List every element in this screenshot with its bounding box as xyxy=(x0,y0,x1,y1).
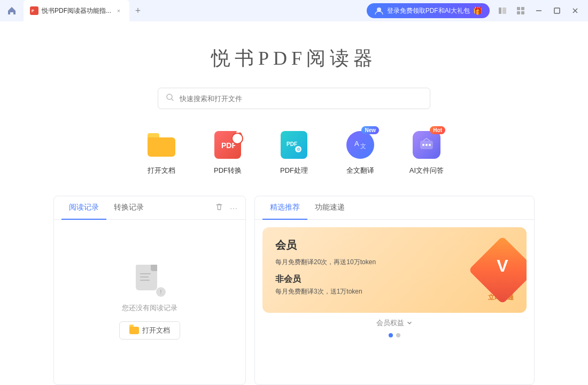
delete-history-button[interactable] xyxy=(215,203,223,213)
window-controls xyxy=(494,2,584,19)
svg-point-24 xyxy=(429,144,431,146)
svg-text:⚙: ⚙ xyxy=(297,147,300,152)
new-tab-button[interactable]: + xyxy=(129,2,146,19)
dot-1[interactable] xyxy=(389,333,393,337)
folder-icon xyxy=(148,133,175,157)
open-doc-icon-wrap xyxy=(146,129,177,160)
doc-line-2 xyxy=(140,276,149,278)
pdf-process-icon: PDF ⚙ xyxy=(281,131,307,159)
svg-text:文: 文 xyxy=(360,143,366,149)
user-icon xyxy=(374,6,384,16)
info-badge: ! xyxy=(156,287,166,297)
doc-line-3 xyxy=(140,280,150,281)
search-icon xyxy=(166,93,174,104)
svg-text:A: A xyxy=(354,140,359,148)
tab-label: 悦书PDF阅读器功能指... xyxy=(42,6,111,16)
app-title: 悦书PDF阅读器 xyxy=(211,45,377,72)
gift-icon: 🎁 xyxy=(473,6,482,15)
chevron-down-icon xyxy=(406,320,413,326)
right-panel: 精选推荐 功能速递 会员 每月免费翻译20次，再送10万token 非会员 xyxy=(254,196,535,385)
svg-text:P: P xyxy=(32,9,34,13)
more-options-button[interactable]: ··· xyxy=(230,204,238,212)
small-folder-icon xyxy=(129,327,139,334)
grid-view-button[interactable] xyxy=(512,2,529,19)
svg-point-22 xyxy=(422,144,424,146)
dot-2[interactable] xyxy=(396,333,400,337)
ai-svg xyxy=(418,136,435,153)
svg-rect-4 xyxy=(502,7,506,14)
login-text: 登录免费领取PDF和AI大礼包 xyxy=(387,6,470,16)
titlebar-left: P 悦书PDF阅读器功能指... × + xyxy=(0,0,146,21)
convert-badge xyxy=(236,130,244,138)
translate-label: 全文翻译 xyxy=(346,166,374,175)
home-button[interactable] xyxy=(0,0,24,21)
svg-rect-6 xyxy=(521,7,524,10)
titlebar-right: 登录免费领取PDF和AI大礼包 🎁 xyxy=(367,2,588,19)
svg-text:PDF: PDF xyxy=(221,141,235,150)
panel-tab-actions: ··· xyxy=(215,203,238,213)
translate-icon-wrap: New A 文 xyxy=(345,129,376,160)
card-decoration: V xyxy=(430,227,527,313)
svg-line-14 xyxy=(172,99,173,101)
diamond-icon: V xyxy=(473,241,527,299)
new-badge: New xyxy=(361,126,379,134)
tab-convert-history[interactable]: 转换记录 xyxy=(106,196,151,220)
member-card[interactable]: 会员 每月免费翻译20次，再送10万token 非会员 每月免费翻译3次，送1万… xyxy=(262,227,527,313)
svg-point-23 xyxy=(425,144,428,146)
tab-featured[interactable]: 精选推荐 xyxy=(262,196,307,220)
pdf-process-icon-wrap: PDF ⚙ xyxy=(278,129,310,160)
function-row: 打开文档 PDF PDF转换 PDF xyxy=(142,129,446,175)
search-input[interactable] xyxy=(180,95,422,103)
right-panel-content: 会员 每月免费翻译20次，再送10万token 非会员 每月免费翻译3次，送1万… xyxy=(255,220,534,384)
svg-rect-10 xyxy=(554,8,560,13)
main-content: 悦书PDF阅读器 打开文档 PDF xyxy=(0,21,588,385)
open-doc-button[interactable]: 打开文档 xyxy=(142,129,181,175)
minimize-button[interactable] xyxy=(530,2,547,19)
hot-badge: Hot xyxy=(430,126,445,134)
doc-line-1 xyxy=(140,273,151,274)
doc-lines xyxy=(140,273,151,281)
ai-answer-label: AI文件问答 xyxy=(409,166,444,175)
empty-state-icon: ! xyxy=(136,265,164,295)
panels-row: 阅读记录 转换记录 ··· xyxy=(53,196,535,385)
left-panel-tabs: 阅读记录 转换记录 ··· xyxy=(54,196,245,220)
svg-rect-7 xyxy=(517,11,520,14)
maximize-button[interactable] xyxy=(548,2,566,19)
svg-rect-8 xyxy=(521,11,524,14)
left-panel: 阅读记录 转换记录 ··· xyxy=(53,196,246,385)
trash-icon xyxy=(215,203,223,211)
carousel-dots xyxy=(262,333,527,337)
svg-text:PDF: PDF xyxy=(287,141,297,147)
tab-reading-history[interactable]: 阅读记录 xyxy=(61,196,106,220)
login-button[interactable]: 登录免费领取PDF和AI大礼包 🎁 xyxy=(367,3,490,18)
ai-answer-button[interactable]: Hot AI文件问答 xyxy=(407,129,446,175)
translate-icon: A 文 xyxy=(346,131,374,159)
active-tab[interactable]: P 悦书PDF阅读器功能指... × xyxy=(24,0,129,21)
pdf-convert-svg: PDF xyxy=(220,137,235,152)
right-panel-tabs: 精选推荐 功能速递 xyxy=(255,196,534,220)
pdf-process-svg: PDF ⚙ xyxy=(285,136,303,153)
open-file-button[interactable]: 打开文档 xyxy=(119,321,180,340)
translate-svg: A 文 xyxy=(353,137,368,152)
tab-pdf-icon: P xyxy=(30,6,38,15)
pdf-convert-icon-wrap: PDF xyxy=(212,129,243,160)
empty-doc-icon xyxy=(136,265,157,290)
pdf-convert-button[interactable]: PDF PDF转换 xyxy=(208,129,247,175)
svg-rect-5 xyxy=(517,7,520,10)
tab-quick-features[interactable]: 功能速递 xyxy=(307,196,352,220)
svg-rect-3 xyxy=(499,7,501,14)
titlebar: P 悦书PDF阅读器功能指... × + 登录免费领取PDF和AI大礼包 🎁 xyxy=(0,0,588,21)
pdf-convert-icon: PDF xyxy=(214,131,241,159)
member-benefits-button[interactable]: 会员权益 xyxy=(262,318,527,328)
open-doc-label: 打开文档 xyxy=(148,166,175,175)
sidebar-toggle-button[interactable] xyxy=(494,2,511,19)
left-panel-content: ! 您还没有阅读记录 打开文档 xyxy=(54,220,245,384)
diamond-v-label: V xyxy=(488,251,517,280)
ai-answer-icon xyxy=(413,131,440,159)
pdf-process-button[interactable]: PDF ⚙ PDF处理 xyxy=(275,129,313,175)
tab-close-button[interactable]: × xyxy=(114,6,123,15)
empty-state-text: 您还没有阅读记录 xyxy=(122,303,177,313)
translate-button[interactable]: New A 文 全文翻译 xyxy=(341,129,380,175)
search-bar[interactable] xyxy=(158,88,430,109)
close-button[interactable] xyxy=(567,2,584,19)
